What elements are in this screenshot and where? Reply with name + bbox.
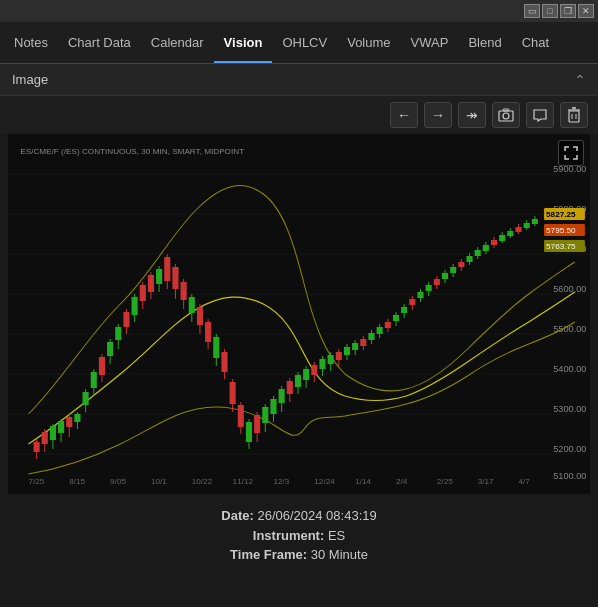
instrument-value: ES <box>328 528 345 543</box>
svg-text:5100.00: 5100.00 <box>553 471 586 481</box>
timeframe-label: Time Frame: <box>230 547 307 562</box>
svg-rect-69 <box>205 322 211 342</box>
date-line: Date: 26/06/2024 08:43:19 <box>0 506 598 526</box>
svg-rect-117 <box>401 307 407 313</box>
svg-rect-95 <box>311 365 317 375</box>
nav-chat[interactable]: Chat <box>512 22 559 63</box>
svg-rect-81 <box>254 415 260 433</box>
svg-rect-107 <box>360 339 366 346</box>
svg-rect-101 <box>336 352 342 360</box>
svg-rect-79 <box>246 422 252 442</box>
svg-rect-91 <box>295 375 301 387</box>
svg-text:10/1: 10/1 <box>151 477 167 486</box>
svg-rect-119 <box>409 299 415 305</box>
svg-rect-33 <box>58 421 64 433</box>
nav-notes[interactable]: Notes <box>4 22 58 63</box>
svg-rect-145 <box>515 227 521 232</box>
svg-rect-3 <box>569 111 579 122</box>
svg-rect-51 <box>132 297 138 315</box>
svg-rect-141 <box>499 235 505 241</box>
title-bar: ▭ □ ❐ ✕ <box>0 0 598 22</box>
svg-rect-31 <box>50 426 56 440</box>
svg-text:5827.25: 5827.25 <box>546 210 576 219</box>
nav-chart-data[interactable]: Chart Data <box>58 22 141 63</box>
svg-rect-53 <box>140 285 146 301</box>
minimize-button[interactable]: ▭ <box>524 4 540 18</box>
close-button[interactable]: ✕ <box>578 4 594 18</box>
svg-rect-133 <box>466 256 472 262</box>
svg-text:4/7: 4/7 <box>519 477 531 486</box>
chart-container: 5900.00 5800.00 5700.00 5600.00 5500.00 … <box>8 134 590 494</box>
svg-rect-77 <box>238 405 244 427</box>
collapse-icon[interactable]: ⌃ <box>574 72 586 88</box>
svg-rect-39 <box>83 392 89 405</box>
delete-button[interactable] <box>560 102 588 128</box>
svg-rect-63 <box>181 282 187 300</box>
svg-text:5300.00: 5300.00 <box>553 404 586 414</box>
svg-rect-87 <box>279 389 285 403</box>
svg-rect-111 <box>377 327 383 334</box>
image-label: Image <box>12 72 48 87</box>
maximize-button[interactable]: □ <box>542 4 558 18</box>
svg-rect-97 <box>319 359 325 369</box>
nav-vision[interactable]: Vision <box>214 22 273 63</box>
svg-rect-55 <box>148 275 154 292</box>
svg-rect-37 <box>74 414 80 422</box>
svg-text:5600.00: 5600.00 <box>553 284 586 294</box>
svg-rect-139 <box>491 240 497 245</box>
svg-rect-67 <box>197 307 203 325</box>
svg-text:8/15: 8/15 <box>69 477 85 486</box>
forward-button[interactable]: → <box>424 102 452 128</box>
svg-text:5200.00: 5200.00 <box>553 444 586 454</box>
svg-rect-43 <box>99 357 105 375</box>
chat-bubble-button[interactable] <box>526 102 554 128</box>
back-button[interactable]: ← <box>390 102 418 128</box>
restore-button[interactable]: ❐ <box>560 4 576 18</box>
svg-rect-49 <box>123 312 129 327</box>
svg-rect-29 <box>42 432 48 444</box>
timeframe-value: 30 Minute <box>311 547 368 562</box>
svg-rect-121 <box>417 292 423 298</box>
svg-rect-123 <box>426 285 432 291</box>
svg-rect-131 <box>458 262 464 267</box>
nav-calendar[interactable]: Calendar <box>141 22 214 63</box>
svg-text:2/4: 2/4 <box>396 477 408 486</box>
svg-text:ES/CME/F (/ES) CONTINUOUS, 30 : ES/CME/F (/ES) CONTINUOUS, 30 MIN, SMART… <box>20 147 244 156</box>
svg-rect-8 <box>8 134 590 494</box>
svg-text:12/3: 12/3 <box>273 477 289 486</box>
svg-rect-83 <box>262 407 268 423</box>
svg-rect-57 <box>156 269 162 284</box>
toolbar: ← → ↠ <box>0 96 598 134</box>
image-header: Image ⌃ <box>0 64 598 96</box>
svg-rect-149 <box>532 219 538 224</box>
nav-bar: Notes Chart Data Calendar Vision OHLCV V… <box>0 22 598 64</box>
svg-text:2/25: 2/25 <box>437 477 453 486</box>
camera-button[interactable] <box>492 102 520 128</box>
timeframe-line: Time Frame: 30 Minute <box>0 545 598 565</box>
expand-button[interactable] <box>558 140 584 166</box>
nav-volume[interactable]: Volume <box>337 22 400 63</box>
svg-text:3/17: 3/17 <box>478 477 494 486</box>
instrument-line: Instrument: ES <box>0 526 598 546</box>
nav-blend[interactable]: Blend <box>458 22 511 63</box>
svg-rect-115 <box>393 315 399 321</box>
svg-rect-71 <box>213 337 219 358</box>
nav-ohlcv[interactable]: OHLCV <box>272 22 337 63</box>
svg-text:5795.50: 5795.50 <box>546 226 576 235</box>
svg-rect-47 <box>115 327 121 340</box>
date-value: 26/06/2024 08:43:19 <box>257 508 376 523</box>
svg-rect-85 <box>270 399 276 414</box>
svg-rect-125 <box>434 279 440 285</box>
svg-rect-73 <box>221 352 227 372</box>
svg-rect-41 <box>91 372 97 388</box>
svg-rect-137 <box>483 245 489 251</box>
nav-vwap[interactable]: VWAP <box>401 22 459 63</box>
svg-rect-65 <box>189 297 195 313</box>
date-label: Date: <box>221 508 254 523</box>
svg-rect-99 <box>328 355 334 364</box>
chart-svg: 5900.00 5800.00 5700.00 5600.00 5500.00 … <box>8 134 590 494</box>
skip-button[interactable]: ↠ <box>458 102 486 128</box>
instrument-label: Instrument: <box>253 528 325 543</box>
svg-rect-89 <box>287 381 293 394</box>
svg-rect-113 <box>385 322 391 328</box>
